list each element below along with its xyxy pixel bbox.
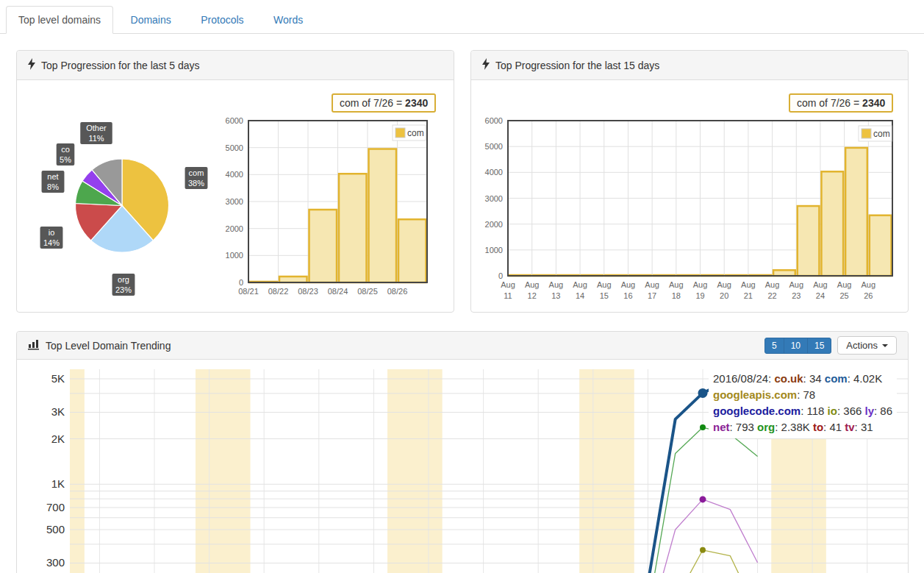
svg-text:08/24: 08/24 (328, 287, 348, 296)
tab-protocols[interactable]: Protocols (188, 6, 256, 34)
bar[interactable] (398, 219, 426, 282)
svg-text:Aug: Aug (669, 280, 684, 289)
svg-text:5%: 5% (60, 155, 71, 164)
panel-trend-heading: Top Level Domain Trending 5 10 15 Action… (17, 332, 908, 360)
svg-text:Aug: Aug (621, 280, 636, 289)
legend: com (859, 126, 892, 141)
lightning-icon (482, 58, 490, 72)
caret-down-icon (882, 344, 888, 347)
svg-text:Aug: Aug (813, 280, 828, 289)
svg-text:io: io (49, 228, 55, 237)
fifteen-day-bar-chart[interactable]: 0100020003000400050006000Aug11Aug12Aug13… (471, 80, 908, 313)
panel-tld-trending: Top Level Domain Trending 5 10 15 Action… (16, 331, 909, 573)
tooltip-line: net: 793 org: 2.38K to: 41 tv: 31 (713, 419, 892, 435)
svg-text:5000: 5000 (226, 143, 243, 152)
tab-domains[interactable]: Domains (118, 6, 184, 34)
svg-text:14%: 14% (43, 238, 60, 247)
pie-label-Other: Other11% (80, 122, 112, 144)
svg-text:0: 0 (498, 271, 503, 280)
data-point-marker-net[interactable] (700, 496, 706, 502)
svg-text:1000: 1000 (226, 251, 243, 260)
svg-text:2000: 2000 (226, 224, 243, 233)
range-15-button[interactable]: 15 (807, 338, 831, 354)
data-point-marker-org[interactable] (700, 424, 706, 430)
panel-top-progression-15-days: Top Progression for the last 15 days 010… (470, 50, 909, 313)
svg-text:20: 20 (720, 291, 728, 300)
svg-text:Aug: Aug (765, 280, 780, 289)
five-day-charts[interactable]: com38%org23%io14%net8%co5%Other11%010002… (17, 80, 454, 313)
svg-text:com: com (407, 128, 424, 138)
bar[interactable] (309, 210, 337, 282)
legend: com (393, 125, 426, 140)
dashboard: Top level domains Domains Protocols Word… (0, 0, 924, 573)
bar[interactable] (821, 171, 843, 276)
bar[interactable] (798, 206, 820, 276)
tab-top-level-domains[interactable]: Top level domains (6, 6, 113, 34)
bar[interactable] (369, 149, 397, 283)
pie-label-org: org23% (112, 274, 135, 296)
svg-text:2000: 2000 (485, 220, 503, 229)
com-count-badge: com of 7/26 = 2340 (789, 93, 893, 113)
chart-tooltip: 2016/08/24: co.uk: 34 com: 4.02Kgoogleap… (709, 369, 897, 438)
range-button-group: 5 10 15 (764, 338, 831, 354)
data-point-marker-io[interactable] (700, 547, 706, 553)
svg-text:21: 21 (744, 291, 753, 300)
svg-text:11%: 11% (88, 134, 104, 143)
svg-text:24: 24 (816, 291, 825, 300)
svg-text:Aug: Aug (862, 280, 876, 289)
lightning-icon (28, 58, 35, 72)
pie-label-net: net8% (42, 171, 65, 193)
actions-dropdown-button[interactable]: Actions (837, 336, 897, 355)
svg-text:15: 15 (600, 291, 609, 300)
svg-text:Aug: Aug (741, 280, 756, 289)
tab-bar: Top level domains Domains Protocols Word… (0, 0, 924, 34)
svg-text:6000: 6000 (226, 116, 243, 125)
tld-pie: com38%org23%io14%net8%co5%Other11% (40, 122, 208, 296)
svg-text:Aug: Aug (501, 280, 515, 289)
svg-text:17: 17 (648, 291, 656, 300)
bars-5day: 010002000300040005000600008/2108/2208/23… (226, 116, 427, 296)
tab-words[interactable]: Words (261, 6, 315, 34)
tooltip-line: googleapis.com: 78 (713, 387, 892, 403)
svg-text:Aug: Aug (573, 280, 587, 289)
bars-15day: 0100020003000400050006000Aug11Aug12Aug13… (485, 116, 892, 300)
bar[interactable] (279, 277, 307, 282)
svg-text:Aug: Aug (525, 280, 540, 289)
svg-text:3000: 3000 (485, 194, 503, 203)
svg-text:Aug: Aug (549, 280, 564, 289)
bar[interactable] (339, 174, 367, 282)
range-10-button[interactable]: 10 (784, 338, 808, 354)
svg-text:25: 25 (840, 291, 849, 300)
svg-text:3K: 3K (51, 405, 65, 418)
actions-label: Actions (846, 340, 878, 351)
badge-label: com of 7/26 = (340, 97, 405, 109)
svg-text:08/26: 08/26 (387, 287, 408, 296)
svg-text:08/23: 08/23 (298, 287, 318, 296)
svg-text:13: 13 (551, 291, 560, 300)
data-point-marker-com[interactable] (698, 388, 708, 398)
tooltip-line: 2016/08/24: co.uk: 34 com: 4.02K (713, 371, 892, 387)
pie-label-io: io14% (40, 227, 63, 249)
svg-text:08/25: 08/25 (357, 287, 378, 296)
svg-text:1K: 1K (51, 477, 65, 490)
svg-text:2K: 2K (51, 433, 65, 445)
panel-5day-title: Top Progression for the last 5 days (41, 60, 200, 71)
svg-text:26: 26 (864, 291, 873, 300)
bar[interactable] (845, 148, 867, 276)
pie-label-com: com38% (185, 167, 208, 189)
svg-text:net: net (47, 172, 58, 181)
svg-text:Aug: Aug (693, 280, 708, 289)
pie-label-co: co5% (57, 143, 75, 166)
svg-text:11: 11 (504, 291, 512, 300)
svg-text:com: com (189, 168, 204, 177)
bar[interactable] (773, 270, 795, 276)
range-5-button[interactable]: 5 (764, 338, 784, 354)
tooltip-line: googlecode.com: 118 io: 366 ly: 86 (713, 403, 892, 419)
svg-text:38%: 38% (188, 179, 204, 188)
svg-text:08/21: 08/21 (238, 287, 259, 296)
com-count-badge: com of 7/26 = 2340 (332, 93, 436, 113)
svg-text:19: 19 (695, 291, 704, 300)
svg-text:5000: 5000 (485, 142, 503, 151)
panel-15day-title: Top Progression for the last 15 days (495, 60, 659, 71)
bar[interactable] (870, 216, 892, 276)
